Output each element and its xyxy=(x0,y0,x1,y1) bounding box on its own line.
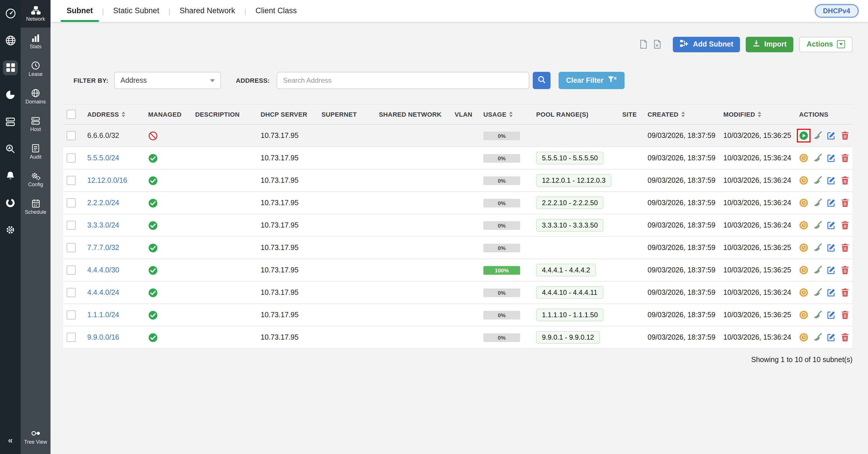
clock-icon[interactable] xyxy=(799,198,808,207)
broom-icon[interactable] xyxy=(813,198,822,207)
clock-icon[interactable] xyxy=(799,221,808,230)
broom-icon[interactable] xyxy=(813,153,822,163)
edit-icon[interactable] xyxy=(827,310,836,319)
broom-icon[interactable] xyxy=(813,176,822,185)
subnet-address-link[interactable]: 12.12.0.0/16 xyxy=(87,176,127,185)
play-icon[interactable] xyxy=(799,131,808,140)
row-checkbox[interactable] xyxy=(67,153,76,163)
sort-icon[interactable] xyxy=(758,112,762,117)
sort-icon[interactable] xyxy=(681,112,685,117)
broom-icon[interactable] xyxy=(813,310,822,319)
rail-item-admin[interactable] xyxy=(0,216,21,243)
edit-icon[interactable] xyxy=(827,243,836,252)
rail-item-dashboard[interactable] xyxy=(0,0,21,27)
add-subnet-button[interactable]: Add Subnet xyxy=(673,36,740,52)
row-checkbox[interactable] xyxy=(67,198,76,207)
col-header-address[interactable]: ADDRESS xyxy=(84,104,145,124)
sidebar-item-schedule[interactable]: Schedule xyxy=(21,193,51,221)
broom-icon[interactable] xyxy=(813,333,822,342)
broom-icon[interactable] xyxy=(813,221,822,230)
col-header-modified[interactable]: MODIFIED xyxy=(720,104,796,124)
edit-icon[interactable] xyxy=(827,221,836,230)
pdf-export-icon[interactable] xyxy=(640,40,648,49)
excel-export-icon[interactable] xyxy=(653,40,661,49)
clock-icon[interactable] xyxy=(799,243,808,252)
edit-icon[interactable] xyxy=(827,288,836,297)
sidebar-item-tree-view[interactable]: Tree View xyxy=(21,423,51,451)
delete-icon[interactable] xyxy=(840,310,849,319)
rail-item-servers[interactable] xyxy=(0,108,21,135)
subnet-address-link[interactable]: 1.1.1.0/24 xyxy=(87,311,119,319)
delete-icon[interactable] xyxy=(840,221,849,230)
sidebar-item-config[interactable]: Config xyxy=(21,166,51,193)
delete-icon[interactable] xyxy=(840,243,849,252)
clock-icon[interactable] xyxy=(799,176,808,185)
rail-item-notifications[interactable] xyxy=(0,162,21,189)
clock-icon[interactable] xyxy=(799,265,808,275)
clear-filter-button[interactable]: Clear Filter xyxy=(559,72,625,89)
rail-item-discovery[interactable] xyxy=(0,135,21,162)
sidebar-item-network[interactable]: Network xyxy=(21,0,51,28)
row-checkbox[interactable] xyxy=(67,243,76,252)
row-checkbox[interactable] xyxy=(67,131,76,140)
row-checkbox[interactable] xyxy=(67,221,76,230)
broom-icon[interactable] xyxy=(813,288,822,297)
filter-by-select[interactable]: Address xyxy=(114,72,221,89)
sidebar-item-audit[interactable]: Audit xyxy=(21,138,51,166)
sort-icon[interactable] xyxy=(509,112,513,117)
dhcpv4-badge[interactable]: DHCPv4 xyxy=(814,4,859,18)
actions-button[interactable]: Actions xyxy=(799,36,852,52)
clock-icon[interactable] xyxy=(799,153,808,163)
import-button[interactable]: Import xyxy=(746,36,794,52)
col-header-created[interactable]: CREATED xyxy=(644,104,720,124)
row-checkbox[interactable] xyxy=(67,333,76,342)
col-header-usage[interactable]: USAGE xyxy=(480,104,533,124)
delete-icon[interactable] xyxy=(840,153,849,163)
select-all-checkbox[interactable] xyxy=(67,110,76,119)
subnet-address-link[interactable]: 7.7.7.0/32 xyxy=(87,244,119,252)
search-button[interactable] xyxy=(533,72,551,89)
sidebar-item-domains[interactable]: Domains xyxy=(21,83,51,110)
edit-icon[interactable] xyxy=(827,265,836,275)
sidebar-item-host[interactable]: Host xyxy=(21,110,51,138)
broom-icon[interactable] xyxy=(813,265,822,275)
tab-shared-network[interactable]: Shared Network xyxy=(170,0,245,22)
edit-icon[interactable] xyxy=(827,153,836,163)
subnet-address-link[interactable]: 4.4.4.0/30 xyxy=(87,266,119,274)
row-checkbox[interactable] xyxy=(67,176,76,185)
edit-icon[interactable] xyxy=(827,198,836,207)
clock-icon[interactable] xyxy=(799,310,808,319)
sidebar-item-lease[interactable]: Lease xyxy=(21,55,51,83)
broom-icon[interactable] xyxy=(813,131,822,140)
clock-icon[interactable] xyxy=(799,288,808,297)
broom-icon[interactable] xyxy=(813,243,822,252)
tab-static-subnet[interactable]: Static Subnet xyxy=(104,0,168,22)
row-checkbox[interactable] xyxy=(67,288,76,297)
search-address-input[interactable] xyxy=(277,72,529,89)
delete-icon[interactable] xyxy=(840,265,849,275)
subnet-address-link[interactable]: 5.5.5.0/24 xyxy=(87,154,119,162)
rail-item-reports[interactable] xyxy=(0,189,21,216)
edit-icon[interactable] xyxy=(827,333,836,342)
rail-item-ipam[interactable] xyxy=(0,54,21,81)
row-checkbox[interactable] xyxy=(67,310,76,319)
tab-subnet[interactable]: Subnet xyxy=(57,0,102,22)
rail-item-dns[interactable] xyxy=(0,27,21,54)
rail-item-dhcp[interactable] xyxy=(0,81,21,108)
subnet-address-link[interactable]: 4.4.4.0/24 xyxy=(87,288,119,296)
subnet-address-link[interactable]: 3.3.3.0/24 xyxy=(87,221,119,229)
delete-icon[interactable] xyxy=(840,176,849,185)
delete-icon[interactable] xyxy=(840,333,849,342)
sidebar-item-stats[interactable]: Stats xyxy=(21,28,51,55)
sort-icon[interactable] xyxy=(122,112,125,117)
subnet-address-link[interactable]: 9.9.0.0/16 xyxy=(87,333,119,341)
edit-icon[interactable] xyxy=(827,131,836,140)
row-checkbox[interactable] xyxy=(67,265,76,275)
collapse-sidebar-button[interactable]: « xyxy=(6,433,15,447)
subnet-address-link[interactable]: 2.2.2.0/24 xyxy=(87,199,119,207)
clock-icon[interactable] xyxy=(799,333,808,342)
edit-icon[interactable] xyxy=(827,176,836,185)
delete-icon[interactable] xyxy=(840,131,849,140)
delete-icon[interactable] xyxy=(840,198,849,207)
tab-client-class[interactable]: Client Class xyxy=(246,0,306,22)
